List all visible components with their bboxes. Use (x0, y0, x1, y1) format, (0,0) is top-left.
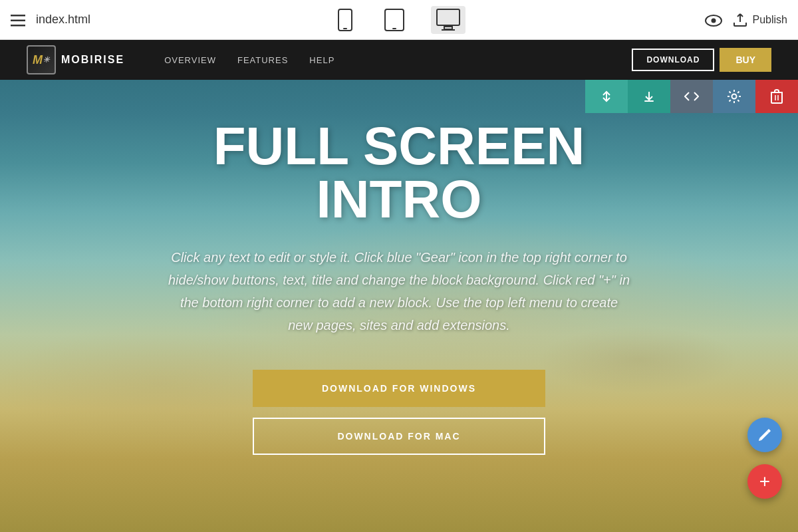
block-controls (585, 80, 798, 113)
download-windows-button[interactable]: DOWNLOAD FOR WINDOWS (253, 370, 545, 407)
svg-rect-14 (771, 92, 782, 103)
svg-rect-12 (644, 100, 654, 102)
site-content: FULL SCREENINTRO Click any text to edit … (0, 80, 798, 532)
publish-label: Publish (753, 14, 787, 26)
site-logo: M ☀ MOBIRISE (27, 45, 124, 74)
file-name: index.html (36, 13, 90, 27)
hamburger-icon[interactable] (11, 12, 25, 27)
site-logo-text: MOBIRISE (61, 54, 124, 66)
svg-rect-9 (442, 29, 455, 31)
svg-rect-4 (343, 28, 347, 29)
nav-link-overview[interactable]: OVERVIEW (164, 55, 216, 65)
svg-rect-0 (11, 15, 25, 17)
svg-rect-2 (11, 25, 25, 27)
block-settings-btn[interactable] (713, 80, 755, 113)
site-navbar: M ☀ MOBIRISE OVERVIEW FEATURES HELP DOWN… (0, 40, 798, 80)
svg-rect-6 (392, 28, 396, 29)
fab-edit-button[interactable] (747, 418, 782, 452)
publish-button[interactable]: Publish (733, 12, 787, 28)
tablet-device-icon[interactable] (379, 6, 410, 34)
cta-buttons: DOWNLOAD FOR WINDOWS DOWNLOAD FOR MAC (253, 370, 545, 455)
block-code-btn[interactable] (670, 80, 713, 113)
device-icons (332, 6, 466, 34)
site-nav-links: OVERVIEW FEATURES HELP (164, 55, 632, 65)
svg-rect-3 (338, 9, 352, 31)
nav-link-help[interactable]: HELP (309, 55, 334, 65)
nav-link-features[interactable]: FEATURES (237, 55, 288, 65)
svg-point-13 (732, 94, 737, 99)
site-logo-icon: M ☀ (27, 45, 56, 74)
download-mac-button[interactable]: DOWNLOAD FOR MAC (253, 418, 545, 455)
svg-rect-1 (11, 19, 25, 21)
hero-title[interactable]: FULL SCREENINTRO (213, 120, 585, 226)
block-delete-btn[interactable] (755, 80, 798, 113)
site-buy-button[interactable]: BUY (720, 48, 771, 72)
svg-rect-5 (385, 9, 404, 31)
desktop-device-icon[interactable] (431, 6, 466, 34)
fab-add-icon: + (759, 472, 770, 491)
svg-rect-7 (437, 9, 460, 25)
block-download-btn[interactable] (628, 80, 670, 113)
svg-point-11 (711, 18, 716, 23)
main-content: M ☀ MOBIRISE OVERVIEW FEATURES HELP DOWN… (0, 40, 798, 532)
hero-subtitle[interactable]: Click any text to edit or style it. Clic… (166, 246, 632, 336)
fab-add-button[interactable]: + (747, 464, 782, 499)
mobile-device-icon[interactable] (332, 6, 358, 34)
preview-icon[interactable] (705, 11, 722, 29)
svg-rect-8 (444, 27, 452, 29)
block-move-btn[interactable] (585, 80, 628, 113)
publish-icon (733, 12, 747, 28)
top-toolbar: index.html (0, 0, 798, 40)
site-download-button[interactable]: DOWNLOAD (632, 49, 714, 71)
right-toolbar: Publish (705, 11, 787, 29)
